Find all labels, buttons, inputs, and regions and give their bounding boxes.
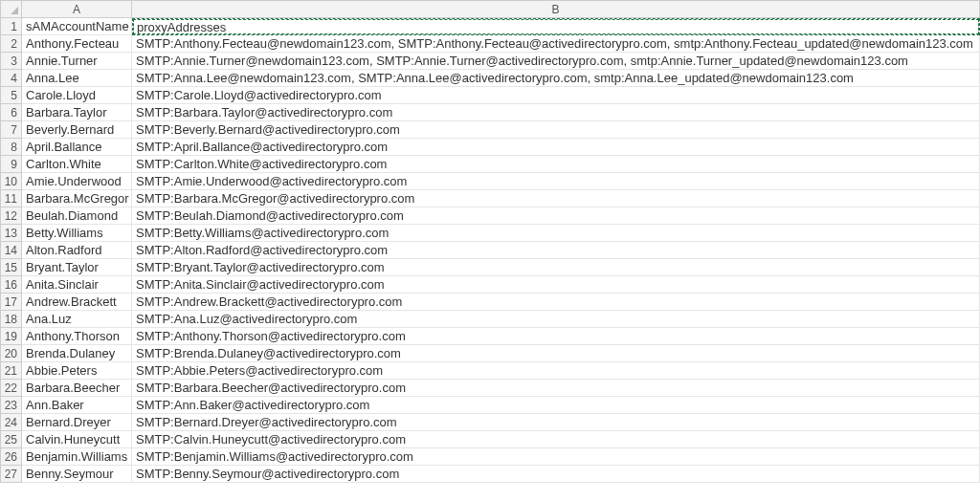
cell-A4[interactable]: Anna.Lee bbox=[22, 70, 132, 87]
row-header-4[interactable]: 4 bbox=[1, 70, 22, 87]
cell-A19[interactable]: Anthony.Thorson bbox=[22, 328, 132, 345]
row-header-21[interactable]: 21 bbox=[1, 362, 22, 380]
cell-A20[interactable]: Brenda.Dulaney bbox=[22, 345, 132, 362]
cell-B19[interactable]: SMTP:Anthony.Thorson@activedirectorypro.… bbox=[132, 328, 980, 345]
cell-A25[interactable]: Calvin.Huneycutt bbox=[22, 431, 132, 448]
row-header-12[interactable]: 12 bbox=[1, 207, 22, 225]
cell-B18[interactable]: SMTP:Ana.Luz@activedirectorypro.com bbox=[132, 311, 980, 328]
cell-B11[interactable]: SMTP:Barbara.McGregor@activedirectorypro… bbox=[132, 190, 980, 207]
row-header-19[interactable]: 19 bbox=[1, 328, 22, 345]
row-header-17[interactable]: 17 bbox=[1, 294, 22, 311]
cell-B26[interactable]: SMTP:Benjamin.Williams@activedirectorypr… bbox=[132, 448, 980, 466]
row-header-20[interactable]: 20 bbox=[1, 345, 22, 362]
cell-B4[interactable]: SMTP:Anna.Lee@newdomain123.com, SMTP:Ann… bbox=[132, 70, 980, 87]
row-header-13[interactable]: 13 bbox=[1, 225, 22, 242]
cell-B2[interactable]: SMTP:Anthony.Fecteau@newdomain123.com, S… bbox=[132, 35, 980, 53]
row-header-22[interactable]: 22 bbox=[1, 380, 22, 397]
cell-B3[interactable]: SMTP:Annie.Turner@newdomain123.com, SMTP… bbox=[132, 53, 980, 70]
cell-A21[interactable]: Abbie.Peters bbox=[22, 362, 132, 380]
cell-A8[interactable]: April.Ballance bbox=[22, 139, 132, 156]
row-header-2[interactable]: 2 bbox=[1, 35, 22, 53]
cell-A1[interactable]: sAMAccountName bbox=[22, 18, 132, 35]
cell-B21[interactable]: SMTP:Abbie.Peters@activedirectorypro.com bbox=[132, 362, 980, 380]
cell-B6[interactable]: SMTP:Barbara.Taylor@activedirectorypro.c… bbox=[132, 104, 980, 121]
row-header-24[interactable]: 24 bbox=[1, 414, 22, 431]
row-header-7[interactable]: 7 bbox=[1, 121, 22, 139]
cell-A24[interactable]: Bernard.Dreyer bbox=[22, 414, 132, 431]
cell-B14[interactable]: SMTP:Alton.Radford@activedirectorypro.co… bbox=[132, 242, 980, 259]
row-header-9[interactable]: 9 bbox=[1, 156, 22, 173]
cell-B22[interactable]: SMTP:Barbara.Beecher@activedirectorypro.… bbox=[132, 380, 980, 397]
row-header-25[interactable]: 25 bbox=[1, 431, 22, 448]
cell-B9[interactable]: SMTP:Carlton.White@activedirectorypro.co… bbox=[132, 156, 980, 173]
cell-A27[interactable]: Benny.Seymour bbox=[22, 466, 132, 483]
cell-A22[interactable]: Barbara.Beecher bbox=[22, 380, 132, 397]
cell-B10[interactable]: SMTP:Amie.Underwood@activedirectorypro.c… bbox=[132, 173, 980, 190]
cell-A9[interactable]: Carlton.White bbox=[22, 156, 132, 173]
row-header-16[interactable]: 16 bbox=[1, 276, 22, 294]
row-header-14[interactable]: 14 bbox=[1, 242, 22, 259]
row-header-8[interactable]: 8 bbox=[1, 139, 22, 156]
row-header-15[interactable]: 15 bbox=[1, 259, 22, 276]
cell-B8[interactable]: SMTP:April.Ballance@activedirectorypro.c… bbox=[132, 139, 980, 156]
cell-A5[interactable]: Carole.Lloyd bbox=[22, 87, 132, 104]
cell-B1[interactable]: proxyAddresses bbox=[132, 18, 980, 35]
row-header-23[interactable]: 23 bbox=[1, 397, 22, 414]
spreadsheet-grid[interactable]: AB1sAMAccountNameproxyAddresses2Anthony.… bbox=[0, 0, 980, 483]
cell-B15[interactable]: SMTP:Bryant.Taylor@activedirectorypro.co… bbox=[132, 259, 980, 276]
cell-B27[interactable]: SMTP:Benny.Seymour@activedirectorypro.co… bbox=[132, 466, 980, 483]
cell-A17[interactable]: Andrew.Brackett bbox=[22, 294, 132, 311]
cell-A26[interactable]: Benjamin.Williams bbox=[22, 448, 132, 466]
cell-B7[interactable]: SMTP:Beverly.Bernard@activedirectorypro.… bbox=[132, 121, 980, 139]
cell-A11[interactable]: Barbara.McGregor bbox=[22, 190, 132, 207]
row-header-11[interactable]: 11 bbox=[1, 190, 22, 207]
cell-B5[interactable]: SMTP:Carole.Lloyd@activedirectorypro.com bbox=[132, 87, 980, 104]
cell-B24[interactable]: SMTP:Bernard.Dreyer@activedirectorypro.c… bbox=[132, 414, 980, 431]
cell-A12[interactable]: Beulah.Diamond bbox=[22, 207, 132, 225]
row-header-26[interactable]: 26 bbox=[1, 448, 22, 466]
cell-A16[interactable]: Anita.Sinclair bbox=[22, 276, 132, 294]
row-header-5[interactable]: 5 bbox=[1, 87, 22, 104]
cell-B25[interactable]: SMTP:Calvin.Huneycutt@activedirectorypro… bbox=[132, 431, 980, 448]
cell-B16[interactable]: SMTP:Anita.Sinclair@activedirectorypro.c… bbox=[132, 276, 980, 294]
cell-A7[interactable]: Beverly.Bernard bbox=[22, 121, 132, 139]
row-header-1[interactable]: 1 bbox=[1, 18, 22, 35]
column-header-A[interactable]: A bbox=[22, 1, 132, 18]
row-header-6[interactable]: 6 bbox=[1, 104, 22, 121]
row-header-3[interactable]: 3 bbox=[1, 53, 22, 70]
row-header-18[interactable]: 18 bbox=[1, 311, 22, 328]
select-all-corner[interactable] bbox=[1, 1, 22, 18]
cell-B23[interactable]: SMTP:Ann.Baker@activedirectorypro.com bbox=[132, 397, 980, 414]
cell-A10[interactable]: Amie.Underwood bbox=[22, 173, 132, 190]
cell-A15[interactable]: Bryant.Taylor bbox=[22, 259, 132, 276]
cell-A23[interactable]: Ann.Baker bbox=[22, 397, 132, 414]
row-header-10[interactable]: 10 bbox=[1, 173, 22, 190]
cell-A18[interactable]: Ana.Luz bbox=[22, 311, 132, 328]
row-header-27[interactable]: 27 bbox=[1, 466, 22, 483]
cell-A3[interactable]: Annie.Turner bbox=[22, 53, 132, 70]
cell-A2[interactable]: Anthony.Fecteau bbox=[22, 35, 132, 53]
cell-A13[interactable]: Betty.Williams bbox=[22, 225, 132, 242]
cell-B20[interactable]: SMTP:Brenda.Dulaney@activedirectorypro.c… bbox=[132, 345, 980, 362]
cell-B17[interactable]: SMTP:Andrew.Brackett@activedirectorypro.… bbox=[132, 294, 980, 311]
column-header-B[interactable]: B bbox=[132, 1, 980, 18]
cell-B12[interactable]: SMTP:Beulah.Diamond@activedirectorypro.c… bbox=[132, 207, 980, 225]
cell-A6[interactable]: Barbara.Taylor bbox=[22, 104, 132, 121]
cell-A14[interactable]: Alton.Radford bbox=[22, 242, 132, 259]
cell-B13[interactable]: SMTP:Betty.Williams@activedirectorypro.c… bbox=[132, 225, 980, 242]
